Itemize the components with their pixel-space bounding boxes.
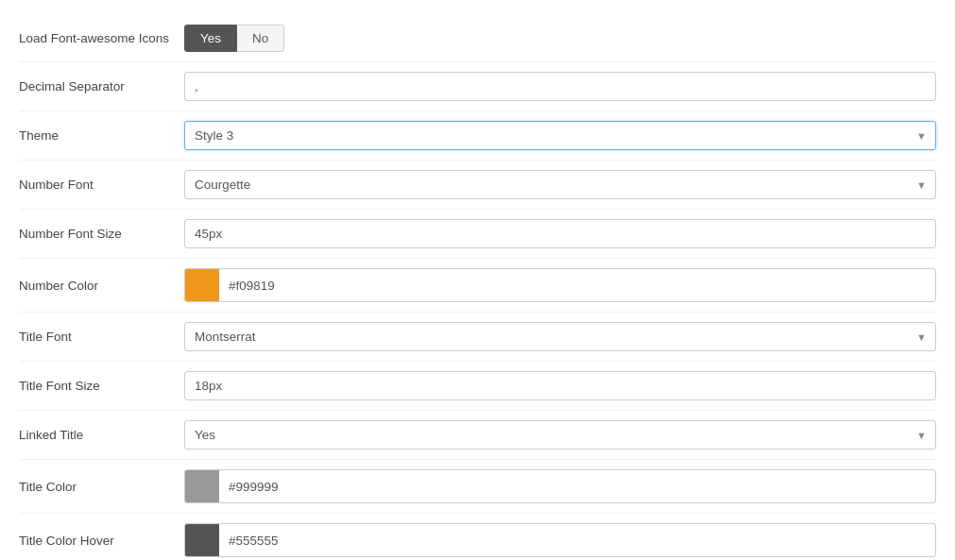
number-font-select-wrap: Courgette Arial Helvetica ▼ [184, 170, 936, 199]
theme-select-wrap: Style 1 Style 2 Style 3 Style 4 ▼ [184, 121, 936, 150]
number-color-swatch[interactable] [185, 269, 219, 301]
number-font-size-row: Number Font Size [19, 210, 936, 259]
title-font-size-label: Title Font Size [19, 379, 184, 393]
title-color-swatch[interactable] [185, 470, 219, 502]
number-font-size-label: Number Font Size [19, 227, 184, 241]
number-color-text-input[interactable] [219, 272, 935, 299]
number-color-control [184, 268, 936, 302]
load-font-awesome-row: Load Font-awesome Icons Yes No [19, 15, 936, 62]
number-font-select[interactable]: Courgette Arial Helvetica [184, 170, 936, 199]
title-color-label: Title Color [19, 480, 184, 494]
title-font-size-input[interactable] [184, 371, 936, 400]
yes-button[interactable]: Yes [184, 25, 237, 52]
load-font-awesome-label: Load Font-awesome Icons [19, 31, 184, 45]
theme-row: Theme Style 1 Style 2 Style 3 Style 4 ▼ [19, 111, 936, 161]
number-color-row: Number Color [19, 259, 936, 313]
title-font-label: Title Font [19, 330, 184, 344]
number-font-size-input[interactable] [184, 219, 936, 248]
linked-title-row: Linked Title Yes No ▼ [19, 411, 936, 460]
title-color-control [184, 469, 936, 503]
number-color-input-wrap [184, 268, 936, 302]
number-font-label: Number Font [19, 178, 184, 192]
title-color-hover-row: Title Color Hover [19, 514, 936, 560]
decimal-separator-control [184, 72, 936, 101]
yes-no-toggle: Yes No [184, 25, 936, 52]
title-color-hover-label: Title Color Hover [19, 534, 184, 548]
theme-select[interactable]: Style 1 Style 2 Style 3 Style 4 [184, 121, 936, 150]
title-color-hover-swatch[interactable] [185, 524, 219, 556]
load-font-awesome-control: Yes No [184, 25, 936, 52]
linked-title-select-wrap: Yes No ▼ [184, 420, 936, 450]
number-font-control: Courgette Arial Helvetica ▼ [184, 170, 936, 199]
title-font-size-row: Title Font Size [19, 362, 936, 411]
linked-title-select[interactable]: Yes No [184, 420, 936, 450]
linked-title-control: Yes No ▼ [184, 420, 936, 450]
number-font-size-control [184, 219, 936, 248]
title-font-row: Title Font Montserrat Arial Helvetica Op… [19, 313, 936, 362]
no-button[interactable]: No [237, 25, 284, 52]
title-color-row: Title Color [19, 460, 936, 514]
title-font-size-control [184, 371, 936, 400]
title-font-control: Montserrat Arial Helvetica Open Sans ▼ [184, 322, 936, 351]
decimal-separator-label: Decimal Separator [19, 79, 184, 93]
theme-control: Style 1 Style 2 Style 3 Style 4 ▼ [184, 121, 936, 150]
title-font-select-wrap: Montserrat Arial Helvetica Open Sans ▼ [184, 322, 936, 351]
title-color-hover-input-wrap [184, 523, 936, 557]
number-color-label: Number Color [19, 279, 184, 293]
title-color-input-wrap [184, 469, 936, 503]
title-color-hover-text-input[interactable] [219, 527, 935, 554]
theme-label: Theme [19, 128, 184, 143]
number-font-row: Number Font Courgette Arial Helvetica ▼ [19, 161, 936, 210]
linked-title-label: Linked Title [19, 428, 184, 442]
decimal-separator-input[interactable] [184, 72, 936, 101]
title-font-select[interactable]: Montserrat Arial Helvetica Open Sans [184, 322, 936, 351]
decimal-separator-row: Decimal Separator [19, 62, 936, 111]
title-color-text-input[interactable] [219, 473, 935, 501]
title-color-hover-control [184, 523, 936, 557]
